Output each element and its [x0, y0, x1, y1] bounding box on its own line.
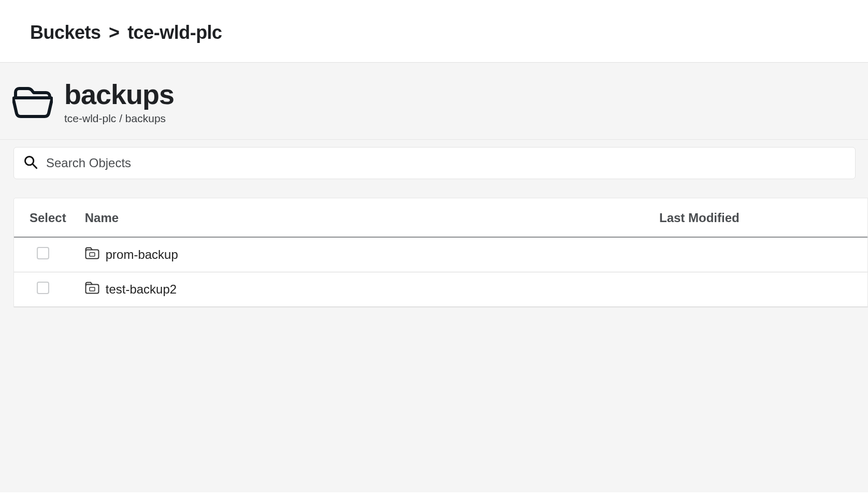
breadcrumb-separator: >	[106, 22, 123, 43]
object-name-link[interactable]: test-backup2	[106, 282, 177, 297]
objects-table: Select Name Last Modified	[14, 198, 867, 307]
cell-modified	[650, 237, 867, 272]
table-row: prom-backup	[14, 237, 867, 272]
folder-header: backups tce-wld-plc / backups	[0, 63, 868, 140]
row-checkbox[interactable]	[37, 282, 49, 294]
cell-modified	[650, 272, 867, 306]
folder-icon	[85, 247, 99, 262]
svg-rect-5	[90, 287, 95, 291]
search-icon	[23, 155, 46, 171]
breadcrumb: Buckets > tce-wld-plc	[30, 22, 868, 43]
svg-rect-4	[85, 284, 98, 293]
table-row: test-backup2	[14, 272, 867, 306]
breadcrumb-leaf[interactable]: tce-wld-plc	[127, 22, 222, 43]
folder-icon	[85, 282, 99, 297]
col-header-name[interactable]: Name	[76, 198, 650, 237]
objects-table-container: Select Name Last Modified	[13, 198, 868, 308]
object-name-link[interactable]: prom-backup	[106, 247, 178, 262]
svg-line-1	[33, 164, 37, 168]
search-section	[0, 140, 868, 185]
svg-rect-2	[85, 250, 98, 258]
col-header-select: Select	[14, 198, 76, 237]
breadcrumb-bar: Buckets > tce-wld-plc	[0, 0, 868, 63]
page-title: backups	[64, 80, 174, 109]
search-input[interactable]	[46, 156, 846, 170]
search-bar[interactable]	[13, 147, 856, 179]
breadcrumb-root[interactable]: Buckets	[30, 22, 101, 43]
svg-rect-3	[90, 253, 95, 256]
folder-open-icon	[12, 85, 53, 119]
content-area: backups tce-wld-plc / backups Select Nam…	[0, 63, 868, 492]
col-header-modified[interactable]: Last Modified	[650, 198, 867, 237]
path-subtitle: tce-wld-plc / backups	[64, 112, 174, 125]
row-checkbox[interactable]	[37, 247, 49, 259]
